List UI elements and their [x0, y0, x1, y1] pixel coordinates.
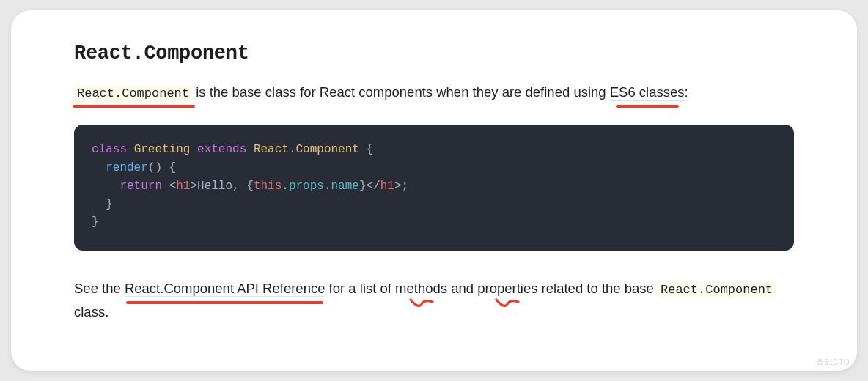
- intro-paragraph: React.Component is the base class for Re…: [74, 81, 794, 104]
- code-token: render: [106, 161, 148, 174]
- api-reference-link[interactable]: React.Component API Reference: [125, 281, 326, 297]
- annotation-check: methods: [395, 277, 447, 300]
- code-token: Hello,: [197, 180, 246, 193]
- code-token: }: [359, 180, 367, 193]
- annotation-underline: ES6 classes: [610, 81, 685, 104]
- code-token: h1: [380, 180, 394, 193]
- annotation-underline: React.Component: [74, 81, 192, 104]
- text: properties: [477, 281, 537, 296]
- code-token: </: [367, 180, 380, 193]
- code-token: <: [169, 180, 177, 193]
- code-token: return: [119, 180, 162, 193]
- reference-paragraph: See the React.Component API Reference fo…: [74, 277, 794, 324]
- code-token: {: [246, 180, 254, 193]
- text: and: [447, 281, 477, 296]
- code-token: >: [190, 180, 197, 193]
- watermark: @51CTO: [817, 358, 850, 366]
- code-token: >: [394, 180, 402, 193]
- code-token: Component: [296, 143, 359, 156]
- inline-code: React.Component: [74, 85, 192, 102]
- section-heading: React.Component: [74, 42, 794, 64]
- code-token: .: [289, 143, 296, 156]
- code-block[interactable]: class Greeting extends React.Component {…: [74, 125, 794, 251]
- code-token: }: [92, 215, 99, 229]
- code-token: ;: [402, 180, 409, 193]
- code-token: props: [289, 180, 324, 193]
- code-token: .: [324, 180, 331, 193]
- annotation-underline: React.Component API Reference: [125, 277, 326, 300]
- code-token: [92, 180, 119, 193]
- link-text: React.Component API Reference: [125, 281, 326, 296]
- check-icon: [408, 297, 435, 308]
- code-token: [92, 161, 106, 174]
- inline-code: React.Component: [658, 281, 776, 298]
- code-token: h1: [176, 180, 190, 193]
- link-text: ES6 classes: [610, 84, 685, 100]
- code-token: React: [254, 143, 289, 156]
- code-token: .: [282, 180, 289, 193]
- annotation-check: properties: [477, 277, 537, 300]
- text: related to the base: [537, 281, 658, 296]
- doc-card: React.Component React.Component is the b…: [10, 10, 858, 371]
- code-token: [162, 180, 169, 193]
- text: methods: [395, 281, 447, 296]
- text: class.: [74, 304, 108, 319]
- code-token: class: [92, 143, 127, 156]
- code-token: }: [92, 198, 113, 211]
- text: See the: [74, 281, 125, 296]
- text: :: [685, 84, 688, 100]
- code-token: extends: [197, 143, 246, 156]
- text: is the base class for React components w…: [192, 84, 610, 100]
- code-token: name: [331, 180, 359, 193]
- code-token: Greeting: [134, 143, 191, 156]
- es6-classes-link[interactable]: ES6 classes: [610, 84, 685, 101]
- code-token: {: [359, 143, 373, 156]
- code-token: (): [148, 161, 162, 174]
- code-token: {: [162, 161, 176, 174]
- code-token: this: [254, 180, 282, 193]
- text: for a list of: [325, 281, 395, 296]
- check-icon: [494, 297, 521, 308]
